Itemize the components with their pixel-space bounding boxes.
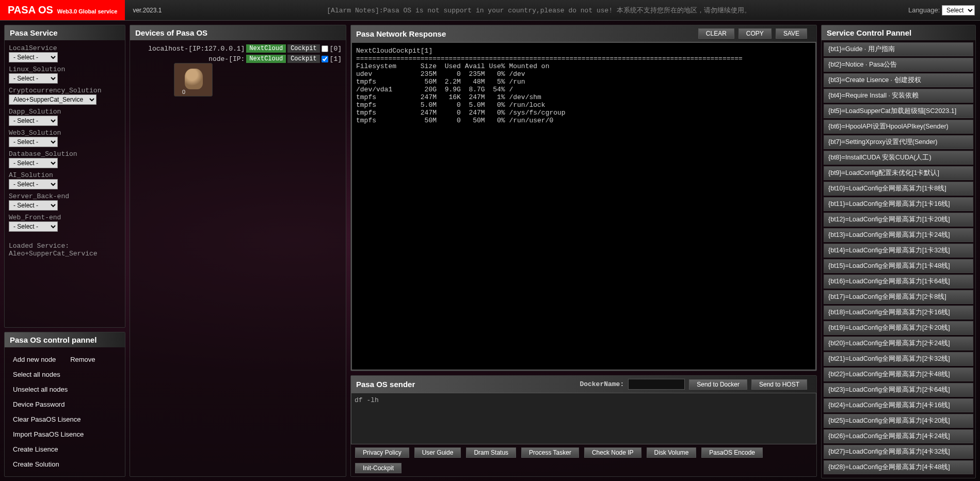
scp-item-8[interactable]: {bt9}=LoadConfig配置未优化[1卡默认] bbox=[824, 166, 973, 180]
service-select-3[interactable]: - Select - bbox=[9, 116, 58, 126]
nextcloud-badge[interactable]: NextCloud bbox=[246, 44, 286, 53]
control-btn-6[interactable]: Import PasaOS Lisence bbox=[13, 430, 84, 438]
scp-item-20[interactable]: {bt21}=LoadConfig全网最高算力[2卡32线] bbox=[824, 352, 973, 366]
scp-item-7[interactable]: {bt8}=InstallCUDA 安装CUDA(人工) bbox=[824, 151, 973, 165]
scp-item-10[interactable]: {bt11}=LoadConfig全网最高算力[1卡16线] bbox=[824, 197, 973, 211]
device-row: node-[IP:NextCloudCockpit[1] bbox=[134, 55, 342, 63]
version-label: ver.2023.1 bbox=[125, 7, 169, 14]
response-title: Pasa Network Response bbox=[356, 29, 698, 38]
command-input[interactable]: df -lh bbox=[351, 393, 816, 444]
control-btn-4[interactable]: Device Password bbox=[13, 400, 65, 408]
control-btn-2[interactable]: Select all nodes bbox=[13, 371, 60, 378]
control-btn-7[interactable]: Create Lisence bbox=[13, 445, 58, 453]
control-btn-3[interactable]: Unselect all nodes bbox=[13, 386, 68, 393]
docker-name-label: DockerName: bbox=[580, 380, 624, 388]
service-select-0[interactable]: - Select - bbox=[9, 52, 58, 62]
scp-item-26[interactable]: {bt27}=LoadConfig全网最高算力[4卡32线] bbox=[824, 445, 973, 459]
scp-item-24[interactable]: {bt25}=LoadConfig全网最高算力[4卡20线] bbox=[824, 414, 973, 428]
device-name: localhost-[IP:127.0.0.1] bbox=[148, 45, 245, 53]
scp-item-11[interactable]: {bt12}=LoadConfig全网最高算力[1卡20线] bbox=[824, 213, 973, 227]
sender-btn-4[interactable]: Check Node IP bbox=[584, 447, 641, 458]
topbar: PASA OS Web3.0 Global service ver.2023.1… bbox=[0, 0, 980, 21]
scp-title: Service Control Pannel bbox=[822, 25, 975, 40]
service-select-1[interactable]: - Select - bbox=[9, 73, 58, 84]
scp-item-19[interactable]: {bt20}=LoadConfig全网最高算力[2卡24线] bbox=[824, 336, 973, 350]
language-selector: Language: Select bbox=[908, 5, 980, 15]
scp-item-1[interactable]: {bt2}=Notice · Pasa公告 bbox=[824, 58, 973, 72]
scp-item-6[interactable]: {bt7}=SettingXproxy设置代理(Sender) bbox=[824, 135, 973, 149]
sender-btn-7[interactable]: Init-Cockpit bbox=[355, 463, 401, 473]
sender-btn-3[interactable]: Process Tasker bbox=[521, 447, 579, 458]
service-select-5[interactable]: - Select - bbox=[9, 158, 58, 168]
logo-subtitle: Web3.0 Global service bbox=[57, 8, 118, 14]
cockpit-badge[interactable]: Cockpit bbox=[287, 55, 319, 63]
scp-item-0[interactable]: {bt1}=Guide · 用户指南 bbox=[824, 42, 973, 56]
loaded-label: Loaded Service: bbox=[9, 242, 121, 250]
sender-btn-2[interactable]: Dram Status bbox=[466, 447, 516, 458]
control-btn-8[interactable]: Create Solution bbox=[13, 460, 59, 468]
scp-item-21[interactable]: {bt22}=LoadConfig全网最高算力[2卡48线] bbox=[824, 367, 973, 381]
device-name: node-[IP: bbox=[208, 55, 245, 63]
scp-item-25[interactable]: {bt26}=LoadConfig全网最高算力[4卡24线] bbox=[824, 429, 973, 443]
sender-btn-1[interactable]: User Guide bbox=[414, 447, 461, 458]
control-btn-1[interactable]: Remove bbox=[70, 356, 95, 363]
pasa-service-title: Pasa Service bbox=[5, 25, 125, 40]
alarm-notes: [Alarm Notes]:Pasa OS is not support in … bbox=[169, 6, 908, 15]
service-label-7: Server_Back-end bbox=[9, 193, 121, 200]
scp-item-12[interactable]: {bt13}=LoadConfig全网最高算力[1卡24线] bbox=[824, 228, 973, 242]
logo-title: PASA OS bbox=[8, 4, 53, 16]
service-label-4: Web3_Solution bbox=[9, 129, 121, 137]
service-label-5: Database_Solution bbox=[9, 150, 121, 158]
pasa-service-panel: Pasa Service LocalService- Select -Linux… bbox=[4, 25, 125, 328]
control-panel-title: Pasa OS control pannel bbox=[5, 332, 125, 347]
copy-button[interactable]: COPY bbox=[738, 28, 772, 39]
terminal-output[interactable]: NextCloudCockpit[1] ====================… bbox=[351, 42, 816, 371]
language-select[interactable]: Select bbox=[942, 5, 975, 15]
cockpit-badge[interactable]: Cockpit bbox=[287, 44, 319, 53]
devices-title: Devices of Pasa OS bbox=[130, 25, 346, 40]
service-label-2: Cryptocurrency_Solution bbox=[9, 87, 121, 94]
sender-btn-5[interactable]: Disk Volume bbox=[647, 447, 697, 458]
clear-button[interactable]: CLEAR bbox=[698, 28, 734, 39]
scp-item-3[interactable]: {bt4}=Require Install · 安装依赖 bbox=[824, 89, 973, 103]
send-host-button[interactable]: Send to HOST bbox=[751, 379, 807, 390]
device-checkbox[interactable] bbox=[322, 56, 328, 62]
scp-item-4[interactable]: {bt5}=LoadSupperCat加载超级猫[SC2023.1] bbox=[824, 104, 973, 118]
logo: PASA OS Web3.0 Global service bbox=[0, 0, 125, 20]
service-label-8: Web_Front-end bbox=[9, 214, 121, 221]
device-checkbox[interactable] bbox=[322, 45, 328, 52]
scp-item-17[interactable]: {bt18}=LoadConfig全网最高算力[2卡16线] bbox=[824, 306, 973, 319]
scp-item-14[interactable]: {bt15}=LoadConfig全网最高算力[1卡48线] bbox=[824, 259, 973, 273]
loaded-value: Aleo+SupperCat_Service bbox=[9, 250, 121, 258]
sender-btn-0[interactable]: Privacy Policy bbox=[355, 447, 409, 458]
service-control-panel: Service Control Pannel {bt1}=Guide · 用户指… bbox=[821, 25, 976, 478]
save-button[interactable]: SAVE bbox=[776, 28, 807, 39]
control-btn-0[interactable]: Add new node bbox=[13, 356, 56, 363]
scp-item-2[interactable]: {bt3}=Create Lisence · 创建授权 bbox=[824, 73, 973, 87]
sender-title: Pasa OS sender bbox=[356, 380, 580, 389]
service-select-4[interactable]: - Select - bbox=[9, 137, 58, 147]
scp-item-23[interactable]: {bt24}=LoadConfig全网最高算力[4卡16线] bbox=[824, 398, 973, 412]
scp-item-18[interactable]: {bt19}=LoadConfig全网最高算力[2卡20线] bbox=[824, 321, 973, 335]
control-btn-5[interactable]: Clear PasaOS Lisence bbox=[13, 415, 81, 423]
scp-item-5[interactable]: {bt6}=HpoolAPI设置HpoolAPIkey(Sender) bbox=[824, 120, 973, 134]
nextcloud-badge[interactable]: NextCloud bbox=[246, 55, 286, 63]
scp-item-9[interactable]: {bt10}=LoadConfig全网最高算力[1卡8线] bbox=[824, 182, 973, 196]
scp-item-27[interactable]: {bt28}=LoadConfig全网最高算力[4卡48线] bbox=[824, 460, 973, 474]
scp-item-16[interactable]: {bt17}=LoadConfig全网最高算力[2卡8线] bbox=[824, 290, 973, 304]
service-select-6[interactable]: - Select - bbox=[9, 179, 58, 189]
service-label-3: Dapp_Solution bbox=[9, 108, 121, 116]
scp-item-22[interactable]: {bt23}=LoadConfig全网最高算力[2卡64线] bbox=[824, 383, 973, 397]
language-label: Language: bbox=[908, 6, 940, 14]
device-index: [1] bbox=[330, 55, 342, 63]
scp-item-15[interactable]: {bt16}=LoadConfig全网最高算力[1卡64线] bbox=[824, 275, 973, 288]
scp-item-13[interactable]: {bt14}=LoadConfig全网最高算力[1卡32线] bbox=[824, 244, 973, 258]
device-index: [0] bbox=[330, 45, 342, 53]
sender-panel: Pasa OS sender DockerName: Send to Docke… bbox=[350, 375, 817, 477]
sender-btn-6[interactable]: PasaOS Encode bbox=[701, 447, 763, 458]
service-select-2[interactable]: Aleo+SupperCat_Service bbox=[9, 94, 97, 105]
send-docker-button[interactable]: Send to Docker bbox=[689, 379, 747, 390]
docker-name-input[interactable] bbox=[628, 379, 685, 390]
service-select-8[interactable]: - Select - bbox=[9, 221, 58, 232]
service-select-7[interactable]: - Select - bbox=[9, 200, 58, 211]
